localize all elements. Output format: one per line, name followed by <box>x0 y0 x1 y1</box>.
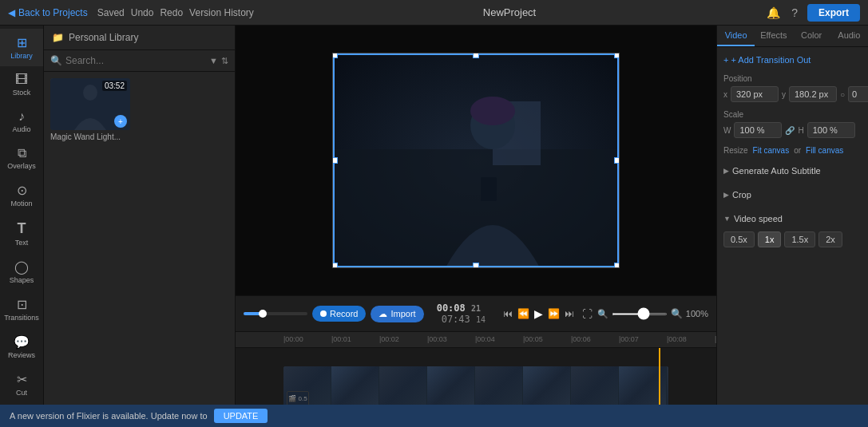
sidebar-label-shapes: Shapes <box>10 276 34 284</box>
reviews-icon: 💬 <box>14 334 30 350</box>
sort-icon[interactable]: ⇅ <box>221 56 228 66</box>
sidebar-item-transitions[interactable]: ⊡ Transitions <box>0 291 43 328</box>
ruler-mark-4: |00:04 <box>475 335 495 343</box>
frame-9 <box>667 366 668 410</box>
fast-forward-button[interactable]: ⏩ <box>548 308 560 319</box>
speed-2x-button[interactable]: 2x <box>818 231 842 247</box>
speed-1x-button[interactable]: 1x <box>758 231 782 247</box>
update-button[interactable]: UPDATE <box>214 409 268 423</box>
controls-bar: Record ☁ Import 00:08 21 07:43 14 ⏮ ⏪ ▶ … <box>236 295 716 331</box>
scale-label: Scale <box>723 110 862 119</box>
transition-out-section: + + Add Transition Out <box>723 53 862 66</box>
back-to-projects-button[interactable]: ◀ Back to Projects <box>8 7 88 18</box>
crop-toggle[interactable]: ▶ Crop <box>723 187 862 203</box>
rotation-indicator: ○ <box>840 90 845 99</box>
help-button[interactable]: ? <box>790 5 799 21</box>
motion-icon: ⊙ <box>17 183 27 198</box>
rotation-input[interactable] <box>848 86 868 102</box>
h-label: H <box>798 126 803 135</box>
ruler-mark-8: |00:08 <box>667 335 687 343</box>
ruler-mark-5: |00:05 <box>523 335 543 343</box>
version-history-button[interactable]: Version History <box>189 7 254 18</box>
zoom-slider[interactable] <box>612 313 668 315</box>
resize-row: Resize Fit canvas or Fill canvas <box>723 146 862 155</box>
svg-rect-6 <box>481 177 497 201</box>
timeline-scrubber <box>244 312 307 315</box>
fill-canvas-button[interactable]: Fill canvas <box>806 146 843 155</box>
media-item-0[interactable]: 03:52 + <box>50 78 130 130</box>
sidebar-label-cut: Cut <box>16 389 27 397</box>
skip-to-start-button[interactable]: ⏮ <box>503 308 513 319</box>
current-time: 00:08 21 <box>437 302 481 314</box>
timeline-ruler: |00:00 |00:01 |00:02 |00:03 |00:04 |00:0… <box>236 332 716 348</box>
main-layout: ⊞ Library 🎞 Stock ♪ Audio ⧉ Overlays ⊙ M… <box>0 26 868 427</box>
sidebar-item-motion[interactable]: ⊙ Motion <box>0 176 43 214</box>
tab-effects[interactable]: Effects <box>755 26 792 46</box>
preview-area <box>236 26 716 295</box>
filter-icon[interactable]: ▼ <box>209 56 218 65</box>
video-speed-toggle[interactable]: ▼ Video speed <box>723 211 862 227</box>
position-y-input[interactable] <box>789 86 837 102</box>
y-label: y <box>782 90 786 99</box>
add-to-timeline-button[interactable]: + <box>114 115 127 128</box>
sidebar-item-stock[interactable]: 🎞 Stock <box>0 66 43 103</box>
play-pause-button[interactable]: ▶ <box>534 307 543 320</box>
progress-bar[interactable] <box>244 312 307 315</box>
frame-2 <box>331 366 379 410</box>
right-tabs: Video Effects Color Audio <box>717 26 868 47</box>
frame-3 <box>379 366 427 410</box>
fit-canvas-button[interactable]: Fit canvas <box>753 146 790 155</box>
scale-h-input[interactable] <box>807 122 855 138</box>
svg-point-1 <box>83 85 97 101</box>
sidebar-item-shapes[interactable]: ◯ Shapes <box>0 253 43 291</box>
sidebar-item-reviews[interactable]: 💬 Reviews <box>0 328 43 366</box>
add-transition-out-button[interactable]: + + Add Transition Out <box>723 53 862 66</box>
skip-to-end-button[interactable]: ⏭ <box>565 308 574 319</box>
sidebar-item-overlays[interactable]: ⧉ Overlays <box>0 140 43 176</box>
project-title: NewProject <box>254 6 765 18</box>
library-icon: ⊞ <box>17 35 27 50</box>
video-speed-section: ▼ Video speed 0.5x 1x 1.5x 2x <box>723 211 862 247</box>
auto-subtitle-toggle[interactable]: ▶ Generate Auto Subtitle <box>723 163 862 179</box>
ruler-mark-9: |00:09 <box>715 335 716 343</box>
auto-subtitle-section: ▶ Generate Auto Subtitle <box>723 163 862 179</box>
sidebar-item-cut[interactable]: ✂ Cut <box>0 366 43 403</box>
sidebar-item-text[interactable]: T Text <box>0 214 43 253</box>
position-x-input[interactable] <box>731 86 779 102</box>
rewind-button[interactable]: ⏪ <box>517 308 529 319</box>
sidebar-label-motion: Motion <box>10 200 32 208</box>
sidebar-item-library[interactable]: ⊞ Library <box>0 29 43 66</box>
sidebar-label-stock: Stock <box>13 89 31 97</box>
undo-button[interactable]: Undo <box>131 7 154 18</box>
fullscreen-button[interactable]: ⛶ <box>581 306 594 322</box>
tab-color[interactable]: Color <box>793 26 830 46</box>
sidebar-label-library: Library <box>10 52 33 60</box>
import-button[interactable]: ☁ Import <box>371 306 423 322</box>
cut-icon: ✂ <box>17 372 27 387</box>
top-bar: ◀ Back to Projects Saved Undo Redo Versi… <box>0 0 868 26</box>
frame-4 <box>427 366 475 410</box>
ruler-mark-0: |00:00 <box>283 335 303 343</box>
audio-icon: ♪ <box>18 109 25 124</box>
transitions-icon: ⊡ <box>17 297 27 312</box>
shapes-icon: ◯ <box>14 259 29 275</box>
tab-video[interactable]: Video <box>717 26 755 46</box>
notifications-button[interactable]: 🔔 <box>765 5 782 21</box>
preview-canvas <box>332 53 620 268</box>
redo-button[interactable]: Redo <box>160 7 183 18</box>
tab-audio[interactable]: Audio <box>830 26 868 46</box>
export-button[interactable]: Export <box>807 4 860 22</box>
frame-7 <box>571 366 619 410</box>
sidebar-item-audio[interactable]: ♪ Audio <box>0 103 43 140</box>
media-label-0: Magic Wand Light... <box>50 132 130 141</box>
record-button[interactable]: Record <box>312 306 366 322</box>
search-input[interactable] <box>65 55 206 66</box>
text-icon: T <box>18 220 26 237</box>
speed-1.5x-button[interactable]: 1.5x <box>784 231 815 247</box>
ruler-mark-3: |00:03 <box>427 335 447 343</box>
x-label: x <box>723 90 727 99</box>
scale-w-input[interactable] <box>734 122 782 138</box>
library-title: Personal Library <box>69 32 138 43</box>
speed-0.5x-button[interactable]: 0.5x <box>723 231 755 247</box>
video-track[interactable]: 🎬 0.5 <box>283 366 668 410</box>
